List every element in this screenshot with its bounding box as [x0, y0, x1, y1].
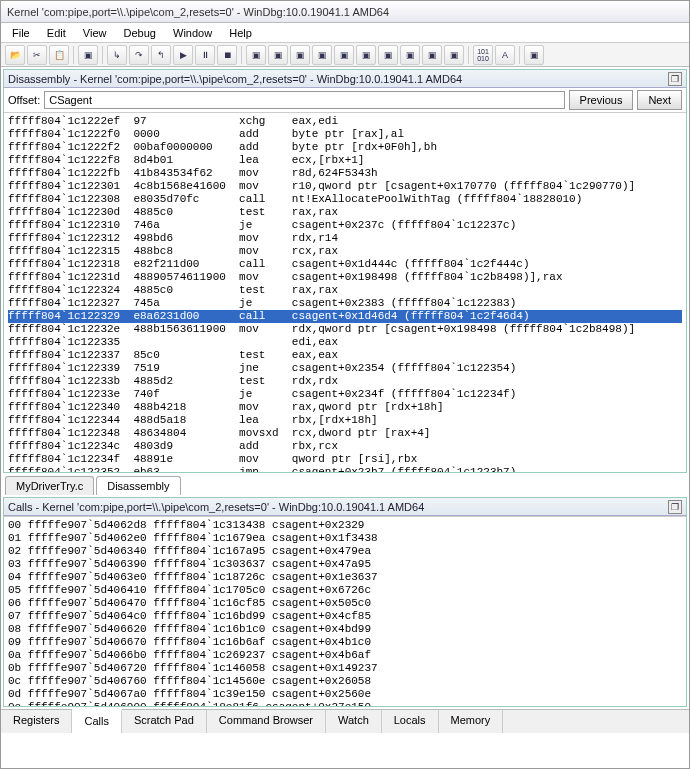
- disasm-line[interactable]: fffff804`1c12233e 740f je csagent+0x234f…: [8, 388, 682, 401]
- disasm-line[interactable]: fffff804`1c122340 488b4218 mov rax,qword…: [8, 401, 682, 414]
- disasm-line[interactable]: fffff804`1c122301 4c8b1568e41600 mov r10…: [8, 180, 682, 193]
- disasm-line[interactable]: fffff804`1c122308 e8035d70fc call nt!ExA…: [8, 193, 682, 206]
- offset-input[interactable]: [44, 91, 564, 109]
- window5-icon[interactable]: ▣: [334, 45, 354, 65]
- window10-icon[interactable]: ▣: [444, 45, 464, 65]
- disassembly-pane: Disassembly - Kernel 'com:pipe,port=\\.\…: [3, 69, 687, 473]
- disasm-line[interactable]: fffff804`1c122344 488d5a18 lea rbx,[rdx+…: [8, 414, 682, 427]
- tab-memory[interactable]: Memory: [439, 710, 504, 733]
- source-tabstrip: MyDriverTry.c Disassembly: [1, 471, 689, 495]
- command-icon[interactable]: ▣: [78, 45, 98, 65]
- tab-locals[interactable]: Locals: [382, 710, 439, 733]
- next-button[interactable]: Next: [637, 90, 682, 110]
- calls-title-text: Calls - Kernel 'com:pipe,port=\\.\pipe\c…: [8, 498, 424, 516]
- disasm-line[interactable]: fffff804`1c122335 edi,eax: [8, 336, 682, 349]
- calls-pane: Calls - Kernel 'com:pipe,port=\\.\pipe\c…: [3, 497, 687, 707]
- window8-icon[interactable]: ▣: [400, 45, 420, 65]
- tab-calls[interactable]: Calls: [72, 709, 121, 733]
- disasm-line[interactable]: fffff804`1c12230d 4885c0 test rax,rax: [8, 206, 682, 219]
- disasm-line[interactable]: fffff804`1c122337 85c0 test eax,eax: [8, 349, 682, 362]
- window6-icon[interactable]: ▣: [356, 45, 376, 65]
- disasm-line[interactable]: fffff804`1c122318 e82f211d00 call csagen…: [8, 258, 682, 271]
- window7-icon[interactable]: ▣: [378, 45, 398, 65]
- callstack-line[interactable]: 04 fffffe907`5d4063e0 fffff804`1c18726c …: [8, 571, 682, 584]
- disasm-line[interactable]: fffff804`1c122310 746a je csagent+0x237c…: [8, 219, 682, 232]
- break-icon[interactable]: ⏸: [195, 45, 215, 65]
- disassembly-title-text: Disassembly - Kernel 'com:pipe,port=\\.\…: [8, 70, 462, 88]
- disasm-line[interactable]: fffff804`1c122329 e8a6231d00 call csagen…: [8, 310, 682, 323]
- disasm-line[interactable]: fffff804`1c122327 745a je csagent+0x2383…: [8, 297, 682, 310]
- callstack-line[interactable]: 01 fffffe907`5d4062e0 fffff804`1c1679ea …: [8, 532, 682, 545]
- disasm-line[interactable]: fffff804`1c122348 48634804 movsxd rcx,dw…: [8, 427, 682, 440]
- font-icon[interactable]: A: [495, 45, 515, 65]
- window4-icon[interactable]: ▣: [312, 45, 332, 65]
- copy-icon[interactable]: 📋: [49, 45, 69, 65]
- disasm-line[interactable]: fffff804`1c122324 4885c0 test rax,rax: [8, 284, 682, 297]
- disasm-line[interactable]: fffff804`1c12231d 48890574611900 mov csa…: [8, 271, 682, 284]
- tab-scratch-pad[interactable]: Scratch Pad: [122, 710, 207, 733]
- disassembly-listing[interactable]: fffff804`1c1222ef 97 xchg eax,edifffff80…: [4, 112, 686, 472]
- callstack-line[interactable]: 09 fffffe907`5d406670 fffff804`1c16b6af …: [8, 636, 682, 649]
- callstack-line[interactable]: 05 fffffe907`5d406410 fffff804`1c1705c0 …: [8, 584, 682, 597]
- window1-icon[interactable]: ▣: [246, 45, 266, 65]
- disasm-line[interactable]: fffff804`1c12232e 488b1563611900 mov rdx…: [8, 323, 682, 336]
- tab-mydrivertry[interactable]: MyDriverTry.c: [5, 476, 94, 495]
- callstack-line[interactable]: 00 fffffe907`5d4062d8 fffff804`1c313438 …: [8, 519, 682, 532]
- disasm-line[interactable]: fffff804`1c12234f 48891e mov qword ptr […: [8, 453, 682, 466]
- callstack-line[interactable]: 0b fffffe907`5d406720 fffff804`1c146058 …: [8, 662, 682, 675]
- disasm-line[interactable]: fffff804`1c1222f8 8d4b01 lea ecx,[rbx+1]: [8, 154, 682, 167]
- disasm-line[interactable]: fffff804`1c1222fb 41b843534f62 mov r8d,6…: [8, 167, 682, 180]
- disassembly-restore-icon[interactable]: ❐: [668, 72, 682, 86]
- window3-icon[interactable]: ▣: [290, 45, 310, 65]
- calls-title-bar: Calls - Kernel 'com:pipe,port=\\.\pipe\c…: [4, 498, 686, 516]
- save-icon[interactable]: ✂: [27, 45, 47, 65]
- tab-disassembly[interactable]: Disassembly: [96, 476, 180, 495]
- disasm-line[interactable]: fffff804`1c122339 7519 jne csagent+0x235…: [8, 362, 682, 375]
- callstack-line[interactable]: 03 fffffe907`5d406390 fffff804`1c303637 …: [8, 558, 682, 571]
- callstack-line[interactable]: 07 fffffe907`5d4064c0 fffff804`1c16bd99 …: [8, 610, 682, 623]
- tab-registers[interactable]: Registers: [1, 710, 72, 733]
- callstack-line[interactable]: 08 fffffe907`5d406620 fffff804`1c16b1c0 …: [8, 623, 682, 636]
- disasm-line[interactable]: fffff804`1c12233b 4885d2 test rdx,rdx: [8, 375, 682, 388]
- disasm-line[interactable]: fffff804`1c1222f2 00baf0000000 add byte …: [8, 141, 682, 154]
- run-icon[interactable]: ▶: [173, 45, 193, 65]
- binary-icon[interactable]: 101010: [473, 45, 493, 65]
- disasm-line[interactable]: fffff804`1c122315 488bc8 mov rcx,rax: [8, 245, 682, 258]
- window-title: Kernel 'com:pipe,port=\\.\pipe\com_2,res…: [1, 1, 689, 23]
- previous-button[interactable]: Previous: [569, 90, 634, 110]
- menu-edit[interactable]: Edit: [40, 23, 73, 43]
- step-over-icon[interactable]: ↷: [129, 45, 149, 65]
- tab-watch[interactable]: Watch: [326, 710, 382, 733]
- menu-help[interactable]: Help: [222, 23, 259, 43]
- open-icon[interactable]: 📂: [5, 45, 25, 65]
- callstack-line[interactable]: 0a fffffe907`5d4066b0 fffff804`1c269237 …: [8, 649, 682, 662]
- step-out-icon[interactable]: ↰: [151, 45, 171, 65]
- disasm-line[interactable]: fffff804`1c1222ef 97 xchg eax,edi: [8, 115, 682, 128]
- window2-icon[interactable]: ▣: [268, 45, 288, 65]
- stop-icon[interactable]: ⏹: [217, 45, 237, 65]
- callstack-line[interactable]: 06 fffffe907`5d406470 fffff804`1c16cf85 …: [8, 597, 682, 610]
- menu-view[interactable]: View: [76, 23, 114, 43]
- bottom-tabstrip: Registers Calls Scratch Pad Command Brow…: [1, 709, 689, 733]
- options-icon[interactable]: ▣: [524, 45, 544, 65]
- callstack-line[interactable]: 02 fffffe907`5d406340 fffff804`1c167a95 …: [8, 545, 682, 558]
- menubar: File Edit View Debug Window Help: [1, 23, 689, 43]
- callstack-line[interactable]: 0c fffffe907`5d406760 fffff804`1c14560e …: [8, 675, 682, 688]
- menu-file[interactable]: File: [5, 23, 37, 43]
- toolbar: 📂 ✂ 📋 ▣ ↳ ↷ ↰ ▶ ⏸ ⏹ ▣ ▣ ▣ ▣ ▣ ▣ ▣ ▣ ▣ ▣ …: [1, 43, 689, 67]
- callstack-line[interactable]: 0d fffffe907`5d4067a0 fffff804`1c39e150 …: [8, 688, 682, 701]
- step-into-icon[interactable]: ↳: [107, 45, 127, 65]
- disassembly-title-bar: Disassembly - Kernel 'com:pipe,port=\\.\…: [4, 70, 686, 88]
- callstack-line[interactable]: 0e fffffe907`5d406900 fffff804`18e81f6 c…: [8, 701, 682, 706]
- menu-window[interactable]: Window: [166, 23, 219, 43]
- disasm-line[interactable]: fffff804`1c12234c 4803d9 add rbx,rcx: [8, 440, 682, 453]
- offset-label: Offset:: [8, 94, 40, 106]
- disasm-line[interactable]: fffff804`1c1222f0 0000 add byte ptr [rax…: [8, 128, 682, 141]
- menu-debug[interactable]: Debug: [117, 23, 163, 43]
- tab-command-browser[interactable]: Command Browser: [207, 710, 326, 733]
- calls-restore-icon[interactable]: ❐: [668, 500, 682, 514]
- calls-listing[interactable]: 00 fffffe907`5d4062d8 fffff804`1c313438 …: [4, 516, 686, 706]
- disasm-line[interactable]: fffff804`1c122312 498bd6 mov rdx,r14: [8, 232, 682, 245]
- window9-icon[interactable]: ▣: [422, 45, 442, 65]
